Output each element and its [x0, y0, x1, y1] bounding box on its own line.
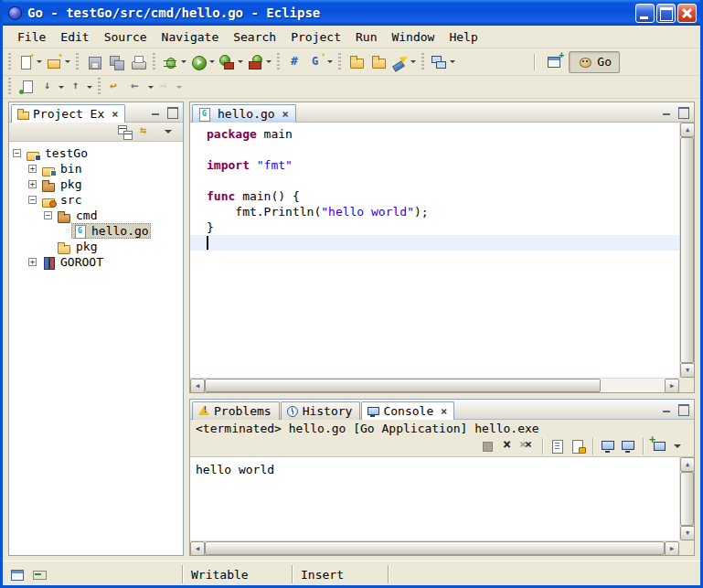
- maximize-view-icon[interactable]: [676, 106, 690, 118]
- scroll-right-icon[interactable]: [665, 379, 679, 393]
- forward-button[interactable]: [155, 76, 184, 98]
- menu-edit[interactable]: Edit: [53, 28, 96, 46]
- scrollbar-thumb[interactable]: [205, 379, 601, 392]
- new-wizard-dropdown-icon[interactable]: [37, 60, 42, 63]
- minimize-view-icon[interactable]: [660, 106, 674, 118]
- code-line[interactable]: func main() {: [190, 188, 679, 204]
- minimize-view-icon[interactable]: [149, 106, 163, 118]
- new-go-element-button[interactable]: [306, 51, 335, 73]
- tab-console[interactable]: Console: [361, 401, 454, 420]
- search-dropdown-icon[interactable]: [410, 60, 416, 63]
- run-last-dropdown-icon[interactable]: [238, 60, 243, 63]
- prev-annotation-button[interactable]: [66, 76, 94, 98]
- prev-annotation-dropdown-icon[interactable]: [87, 86, 92, 89]
- display-console-button[interactable]: [618, 437, 638, 455]
- tree-item-goroot[interactable]: +GOROOT: [9, 254, 183, 270]
- run-button[interactable]: [188, 51, 217, 73]
- link-editor-button[interactable]: [137, 123, 157, 141]
- team-sync-button[interactable]: [429, 51, 457, 73]
- tab-problems[interactable]: Problems: [192, 401, 280, 420]
- editor-vertical-scrollbar[interactable]: [679, 123, 694, 378]
- menu-file[interactable]: File: [10, 28, 53, 46]
- open-perspective-button[interactable]: [543, 51, 565, 73]
- scrollbar-thumb[interactable]: [680, 137, 694, 363]
- code-line[interactable]: [190, 173, 679, 188]
- maximize-view-icon[interactable]: [165, 106, 179, 118]
- code-line[interactable]: [190, 235, 679, 251]
- back-dropdown-icon[interactable]: [148, 86, 154, 89]
- open-console-button[interactable]: [648, 437, 668, 455]
- scroll-right-icon[interactable]: [665, 541, 679, 556]
- view-menu-button[interactable]: [159, 123, 179, 141]
- menu-search[interactable]: Search: [226, 28, 283, 46]
- open-folder-button[interactable]: [367, 51, 389, 73]
- terminate-button[interactable]: [477, 437, 497, 455]
- close-editor-tab-icon[interactable]: [281, 107, 291, 121]
- tree-item-hello-go[interactable]: hello.go: [9, 223, 183, 239]
- print-button[interactable]: [127, 51, 149, 73]
- menu-navigate[interactable]: Navigate: [154, 28, 227, 46]
- scroll-left-icon[interactable]: [190, 541, 205, 556]
- new-folder-dropdown-icon[interactable]: [65, 60, 70, 63]
- clear-console-button[interactable]: [548, 437, 568, 455]
- console-view-menu-button[interactable]: [668, 437, 688, 455]
- forward-dropdown-icon[interactable]: [176, 86, 182, 89]
- external-tools-dropdown-icon[interactable]: [266, 60, 272, 63]
- tab-hello-go[interactable]: hello.go: [192, 104, 296, 123]
- tree-item-pkg[interactable]: +pkg: [9, 176, 183, 192]
- go-perspective-button[interactable]: Go: [569, 51, 620, 73]
- code-line[interactable]: [190, 142, 679, 157]
- console-output[interactable]: hello world: [190, 457, 679, 540]
- scroll-down-icon[interactable]: [680, 363, 695, 378]
- menu-window[interactable]: Window: [384, 28, 442, 46]
- collapse-all-button[interactable]: [115, 123, 135, 141]
- progress-view-icon[interactable]: [32, 568, 47, 581]
- open-resource-button[interactable]: [346, 51, 367, 73]
- minimize-button[interactable]: [635, 4, 655, 23]
- tree-item-cmd[interactable]: −cmd: [9, 208, 183, 223]
- minimize-view-icon[interactable]: [660, 403, 674, 415]
- scrollbar-thumb[interactable]: [680, 472, 694, 526]
- next-annotation-dropdown-icon[interactable]: [59, 86, 64, 89]
- scroll-left-icon[interactable]: [190, 379, 205, 393]
- tab-project-explorer[interactable]: Project Ex: [11, 104, 125, 123]
- console-horizontal-scrollbar[interactable]: [190, 540, 679, 555]
- collapse-toggle-icon[interactable]: −: [13, 149, 21, 157]
- maximize-view-icon[interactable]: [676, 403, 690, 415]
- new-wizard-button[interactable]: [16, 51, 44, 73]
- menu-source[interactable]: Source: [97, 28, 154, 46]
- new-go-package-button[interactable]: [284, 51, 306, 73]
- scroll-down-icon[interactable]: [680, 526, 695, 540]
- back-button[interactable]: [127, 76, 155, 98]
- run-last-button[interactable]: [217, 51, 245, 73]
- scrollbar-thumb[interactable]: [205, 541, 665, 555]
- menu-project[interactable]: Project: [283, 28, 348, 46]
- save-all-button[interactable]: [105, 51, 127, 73]
- tree-item-testgo[interactable]: −testGo: [9, 145, 183, 161]
- new-folder-button[interactable]: [44, 51, 72, 73]
- editor-horizontal-scrollbar[interactable]: [190, 378, 679, 392]
- code-line[interactable]: import "fmt": [190, 157, 679, 173]
- tree-item-bin[interactable]: +bin: [9, 161, 183, 176]
- pin-editor-button[interactable]: [16, 76, 37, 98]
- scroll-up-icon[interactable]: [680, 457, 695, 472]
- close-button[interactable]: [677, 4, 697, 23]
- expand-toggle-icon[interactable]: +: [28, 165, 37, 173]
- external-tools-button[interactable]: [245, 51, 273, 73]
- scroll-up-icon[interactable]: [680, 123, 695, 137]
- remove-launch-button[interactable]: [497, 437, 517, 455]
- pin-console-button[interactable]: [598, 437, 618, 455]
- fast-view-icon[interactable]: [10, 568, 25, 581]
- run-dropdown-icon[interactable]: [209, 60, 215, 63]
- titlebar[interactable]: Go - testGo/src/cmd/hello.go - Eclipse: [3, 0, 700, 26]
- menu-run[interactable]: Run: [348, 28, 384, 46]
- debug-button[interactable]: [160, 51, 188, 73]
- tree-item-pkg[interactable]: pkg: [9, 239, 183, 254]
- search-button[interactable]: [389, 51, 418, 73]
- maximize-button[interactable]: [656, 4, 676, 23]
- tab-history[interactable]: History: [281, 401, 361, 420]
- close-tab-icon[interactable]: [439, 404, 449, 418]
- tree-item-src[interactable]: −src: [9, 192, 183, 208]
- last-edit-location-button[interactable]: [105, 76, 127, 98]
- next-annotation-button[interactable]: [37, 76, 66, 98]
